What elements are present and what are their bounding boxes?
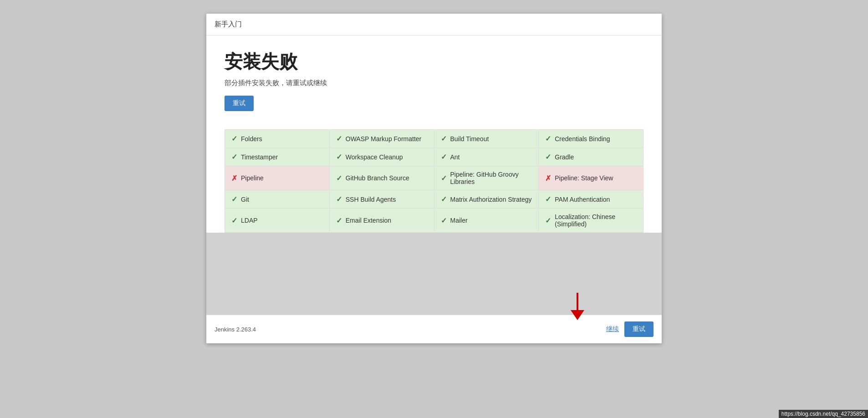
subtitle: 部分插件安装失败，请重试或继续	[225, 79, 643, 87]
plugin-cell: ✓Localization: Chinese (Simplified)	[539, 209, 643, 233]
check-icon: ✓	[441, 134, 447, 143]
check-icon: ✓	[336, 134, 342, 143]
plugin-name: Build Timeout	[450, 135, 489, 143]
plugin-cell: ✓Mailer	[434, 209, 539, 233]
check-icon: ✓	[441, 216, 447, 225]
plugin-cell: ✓SSH Build Agents	[330, 190, 434, 209]
plugin-name: Pipeline: Stage View	[555, 174, 613, 182]
plugin-name: Gradle	[555, 153, 574, 161]
check-icon: ✓	[441, 174, 447, 183]
plugin-cell: ✓Credentials Binding	[539, 130, 643, 148]
plugin-name: Folders	[241, 135, 262, 143]
plugin-name: Matrix Authorization Strategy	[450, 196, 532, 203]
plugin-name: Email Extension	[346, 217, 391, 224]
check-icon: ✓	[545, 216, 551, 225]
continue-button[interactable]: 重试	[624, 321, 654, 337]
plugin-cell: ✗Pipeline: Stage View	[539, 166, 643, 190]
plugin-cell: ✓Build Timeout	[434, 130, 539, 148]
plugin-name: PAM Authentication	[555, 196, 610, 203]
plugin-cell: ✓Email Extension	[330, 209, 434, 233]
x-icon: ✗	[545, 174, 551, 183]
main-title: 安装失败	[225, 49, 643, 74]
check-icon: ✓	[336, 153, 342, 161]
continue-link[interactable]: 继续	[606, 325, 619, 333]
plugin-name: Pipeline	[241, 174, 264, 182]
plugin-name: Pipeline: GitHub Groovy Libraries	[450, 171, 532, 185]
title-section: 安装失败 部分插件安装失败，请重试或继续 重试	[225, 49, 643, 120]
plugin-name: SSH Build Agents	[346, 196, 396, 203]
plugin-cell: ✓PAM Authentication	[539, 190, 643, 209]
main-dialog: 新手入门 安装失败 部分插件安装失败，请重试或继续 重试 ✓Folders✓OW…	[206, 14, 662, 343]
plugin-cell: ✓OWASP Markup Formatter	[330, 130, 434, 148]
plugin-name: Git	[241, 196, 249, 203]
plugin-name: OWASP Markup Formatter	[346, 135, 421, 143]
url-bar: https://blog.csdn.net/qq_42735856	[779, 410, 868, 418]
header-title: 新手入门	[214, 20, 242, 28]
check-icon: ✓	[231, 195, 237, 204]
plugin-name: GitHub Branch Source	[346, 174, 409, 182]
check-icon: ✓	[231, 134, 237, 143]
plugin-cell: ✓Workspace Cleanup	[330, 148, 434, 166]
dialog-body: 安装失败 部分插件安装失败，请重试或继续 重试 ✓Folders✓OWASP M…	[206, 36, 662, 233]
footer-actions: 继续 重试	[606, 321, 654, 337]
plugin-name: LDAP	[241, 217, 258, 224]
gray-space	[206, 233, 662, 315]
plugin-cell: ✓Ant	[434, 148, 539, 166]
plugin-name: Localization: Chinese (Simplified)	[555, 213, 637, 228]
check-icon: ✓	[545, 195, 551, 204]
version-label: Jenkins 2.263.4	[214, 326, 256, 333]
check-icon: ✓	[545, 134, 551, 143]
svg-marker-1	[571, 310, 584, 320]
plugin-cell: ✓Folders	[225, 130, 330, 148]
plugin-grid: ✓Folders✓OWASP Markup Formatter✓Build Ti…	[225, 129, 643, 233]
x-icon: ✗	[231, 174, 237, 183]
plugin-name: Credentials Binding	[555, 135, 610, 143]
plugin-cell: ✓Git	[225, 190, 330, 209]
check-icon: ✓	[336, 216, 342, 225]
plugin-cell: ✗Pipeline	[225, 166, 330, 190]
check-icon: ✓	[336, 174, 342, 183]
check-icon: ✓	[231, 216, 237, 225]
check-icon: ✓	[231, 153, 237, 161]
check-icon: ✓	[545, 153, 551, 161]
check-icon: ✓	[336, 195, 342, 204]
plugin-cell: ✓Pipeline: GitHub Groovy Libraries	[434, 166, 539, 190]
plugin-name: Ant	[450, 153, 460, 161]
check-icon: ✓	[441, 195, 447, 204]
plugin-name: Mailer	[450, 217, 468, 224]
dialog-header: 新手入门	[206, 14, 662, 36]
plugin-cell: ✓LDAP	[225, 209, 330, 233]
dialog-footer: Jenkins 2.263.4 继续 重试	[206, 315, 662, 343]
plugin-cell: ✓Timestamper	[225, 148, 330, 166]
plugin-name: Workspace Cleanup	[346, 153, 403, 161]
arrow-icon	[566, 293, 589, 320]
arrow-container	[566, 293, 589, 321]
check-icon: ✓	[441, 153, 447, 161]
plugin-name: Timestamper	[241, 153, 278, 161]
plugin-cell: ✓Matrix Authorization Strategy	[434, 190, 539, 209]
plugin-cell: ✓GitHub Branch Source	[330, 166, 434, 190]
retry-button[interactable]: 重试	[225, 96, 254, 111]
plugin-cell: ✓Gradle	[539, 148, 643, 166]
